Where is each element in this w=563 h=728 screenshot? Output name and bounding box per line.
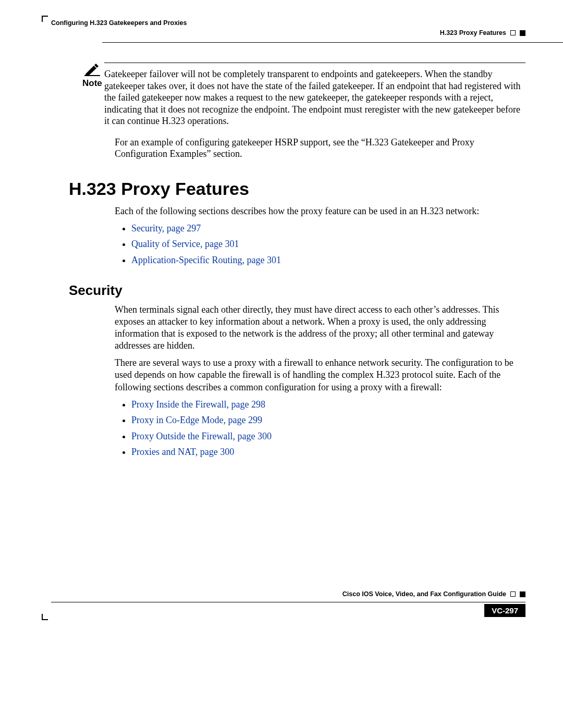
crop-mark-bottom-left: [42, 614, 48, 620]
paragraph: Each of the following sections describes…: [115, 205, 525, 217]
note-label: Note: [82, 78, 102, 89]
note-block: Note Gatekeeper failover will not be com…: [69, 63, 525, 127]
header-right-row: H.323 Proxy Features: [440, 29, 525, 36]
link-list: Security, page 297 Quality of Service, p…: [115, 220, 525, 268]
square-icon: [520, 30, 525, 36]
heading-h1: H.323 Proxy Features: [69, 179, 525, 199]
paragraph: When terminals signal each other directl…: [115, 304, 525, 352]
toc-link[interactable]: Proxy in Co-Edge Mode, page 299: [131, 415, 262, 425]
toc-link[interactable]: Quality of Service, page 301: [131, 239, 239, 249]
page-footer: Cisco IOS Voice, Video, and Fax Configur…: [51, 602, 525, 602]
header-left-text: Configuring H.323 Gatekeepers and Proxie…: [51, 19, 187, 27]
page-number-badge: VC-297: [484, 604, 525, 617]
paragraph: For an example of configuring gatekeeper…: [115, 137, 525, 160]
link-list: Proxy Inside the Firewall, page 298 Prox…: [115, 397, 525, 460]
page-content: Note Gatekeeper failover will not be com…: [69, 63, 525, 460]
heading-h2: Security: [69, 282, 525, 299]
square-icon: [520, 591, 525, 597]
toc-link[interactable]: Security, page 297: [131, 223, 201, 233]
header-rule: [102, 42, 563, 43]
footer-title: Cisco IOS Voice, Video, and Fax Configur…: [342, 590, 506, 598]
paragraph: There are several ways to use a proxy wi…: [115, 357, 525, 393]
pencil-icon: [84, 63, 100, 76]
square-icon: [510, 591, 516, 597]
toc-link[interactable]: Application-Specific Routing, page 301: [131, 255, 281, 265]
crop-mark-top-left: [42, 16, 48, 22]
toc-link[interactable]: Proxy Inside the Firewall, page 298: [131, 399, 265, 410]
footer-right-row: Cisco IOS Voice, Video, and Fax Configur…: [342, 590, 525, 598]
header-right-text: H.323 Proxy Features: [440, 29, 506, 36]
note-body: Gatekeeper failover will not be complete…: [104, 68, 525, 127]
footer-rule: [51, 602, 525, 602]
page-header: Configuring H.323 Gatekeepers and Proxie…: [51, 18, 525, 27]
square-icon: [510, 30, 516, 35]
toc-link[interactable]: Proxy Outside the Firewall, page 300: [131, 431, 272, 441]
toc-link[interactable]: Proxies and NAT, page 300: [131, 447, 234, 457]
